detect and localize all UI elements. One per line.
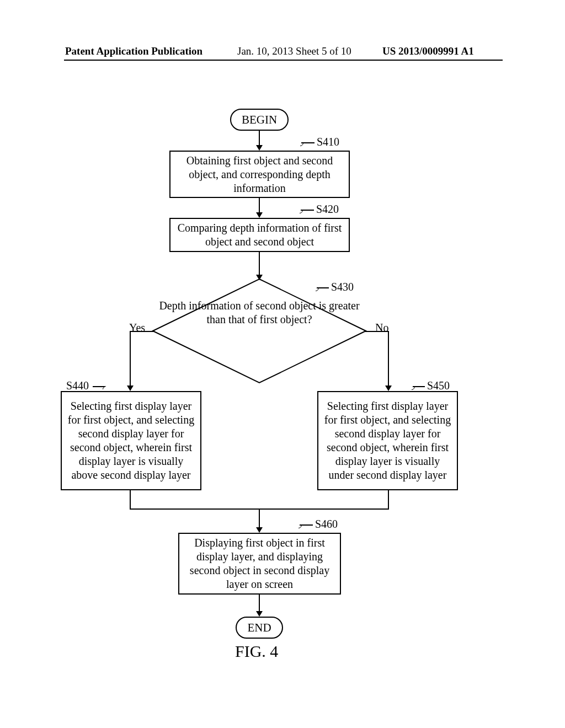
header-center: Jan. 10, 2013 Sheet 5 of 10 xyxy=(237,45,351,57)
page: Patent Application Publication Jan. 10, … xyxy=(0,0,565,728)
header-left: Patent Application Publication xyxy=(65,45,202,57)
leader-hook-icon xyxy=(297,140,303,146)
step-id-s450: S450 xyxy=(427,379,450,392)
process-s450: Selecting first display layer for first … xyxy=(317,391,458,490)
arrow-line xyxy=(259,252,260,277)
svg-marker-0 xyxy=(153,279,366,383)
step-id-s440: S440 xyxy=(66,379,89,392)
connector-line xyxy=(388,331,389,388)
process-s440: Selecting first display layer for first … xyxy=(61,391,201,490)
arrow-line xyxy=(259,595,260,613)
connector-line xyxy=(130,490,131,510)
diamond-icon xyxy=(152,278,367,384)
connector-line xyxy=(365,331,389,332)
header-rule xyxy=(64,60,503,61)
process-s420: Comparing depth information of first obj… xyxy=(169,218,350,252)
step-id-s410: S410 xyxy=(317,136,339,148)
arrow-head-icon xyxy=(127,386,134,391)
arrow-head-icon xyxy=(385,386,392,391)
process-s410: Obtaining first object and second object… xyxy=(169,151,350,198)
leader-hook-icon xyxy=(295,522,302,528)
arrow-head-icon xyxy=(256,145,263,151)
arrow-head-icon xyxy=(256,212,263,218)
step-id-s420: S420 xyxy=(316,203,339,216)
figure-caption: FIG. 4 xyxy=(235,642,278,661)
terminal-begin: BEGIN xyxy=(230,109,289,131)
leader-hook-icon xyxy=(408,383,415,390)
decision-text: Depth information of second object is gr… xyxy=(152,299,367,326)
process-s460: Displaying first object in first display… xyxy=(178,533,341,595)
decision-s430: Depth information of second object is gr… xyxy=(152,278,367,384)
connector-line xyxy=(388,490,389,510)
arrow-head-icon xyxy=(256,527,263,533)
branch-label-yes: Yes xyxy=(129,322,145,334)
connector-line xyxy=(130,331,131,388)
connector-line xyxy=(259,508,260,529)
header-right: US 2013/0009991 A1 xyxy=(382,45,474,57)
arrow-head-icon xyxy=(256,611,263,617)
leader-hook-icon xyxy=(296,207,303,213)
terminal-end: END xyxy=(236,617,283,639)
branch-label-no: No xyxy=(375,322,388,334)
step-id-s460: S460 xyxy=(315,518,338,531)
connector-line xyxy=(130,331,154,332)
